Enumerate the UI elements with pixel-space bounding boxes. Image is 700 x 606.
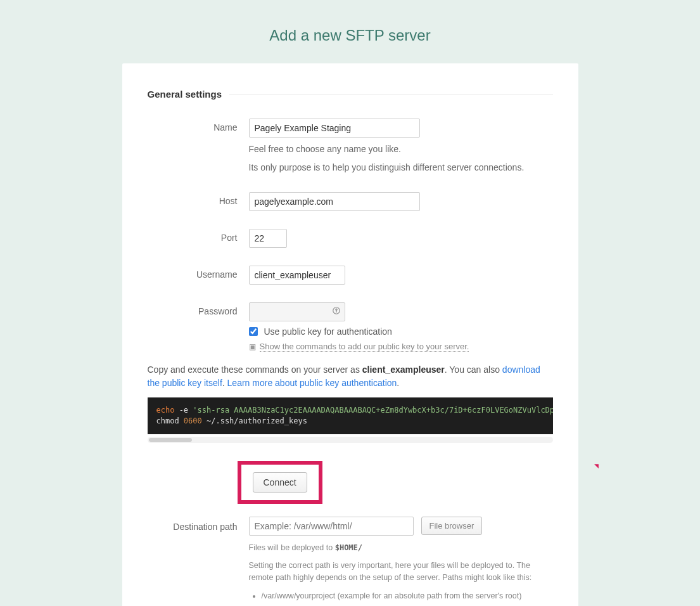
name-help-1: Feel free to choose any name you like. xyxy=(249,143,553,156)
host-input[interactable] xyxy=(249,192,420,211)
connect-highlight-box: Connect xyxy=(238,461,322,504)
svg-point-1 xyxy=(335,309,336,310)
files-deployed-text: Files will be deployed to $HOME/ xyxy=(249,542,553,554)
password-label: Password xyxy=(148,302,249,352)
name-help-2: Its only purpose is to help you distingu… xyxy=(249,161,553,174)
command-codeblock[interactable]: echo -e 'ssh-rsa AAAAB3NzaC1yc2EAAAADAQA… xyxy=(148,397,553,434)
file-browser-button[interactable]: File browser xyxy=(421,517,483,535)
port-input[interactable] xyxy=(249,229,287,248)
copy-instructions: Copy and execute these commands on your … xyxy=(148,363,553,390)
destination-path-label: Destination path xyxy=(148,517,249,606)
page-title: Add a new SFTP server xyxy=(0,0,700,63)
legend-divider xyxy=(229,94,552,94)
password-input[interactable] xyxy=(249,302,345,321)
use-public-key-label: Use public key for authentication xyxy=(264,326,392,337)
key-icon xyxy=(332,306,341,317)
legend-text: General settings xyxy=(148,89,230,100)
port-label: Port xyxy=(148,229,249,248)
use-public-key-checkbox[interactable] xyxy=(249,327,258,336)
username-input[interactable] xyxy=(249,266,345,285)
code-scroll-track[interactable] xyxy=(148,437,553,443)
name-input[interactable] xyxy=(249,119,420,138)
path-examples-list: /var/www/yourproject (example for an abs… xyxy=(249,591,553,606)
settings-card: General settings Name Feel free to choos… xyxy=(122,63,578,606)
learn-more-link[interactable]: Learn more about public key authenticati… xyxy=(227,378,397,388)
dest-explain-text: Setting the correct path is very importa… xyxy=(249,560,553,584)
host-label: Host xyxy=(148,192,249,211)
general-settings-legend: General settings xyxy=(148,89,553,100)
show-commands-link[interactable]: Show the commands to add our public key … xyxy=(260,342,469,352)
path-example-1: /var/www/yourproject (example for an abs… xyxy=(262,591,553,600)
connect-button[interactable]: Connect xyxy=(253,472,307,493)
name-label: Name xyxy=(148,119,249,174)
annotation-pointer-icon: ◥ xyxy=(594,463,599,469)
code-scroll-thumb[interactable] xyxy=(149,438,192,442)
destination-path-input[interactable] xyxy=(249,517,414,536)
collapse-icon: ▣ xyxy=(249,342,256,351)
username-label: Username xyxy=(148,266,249,285)
